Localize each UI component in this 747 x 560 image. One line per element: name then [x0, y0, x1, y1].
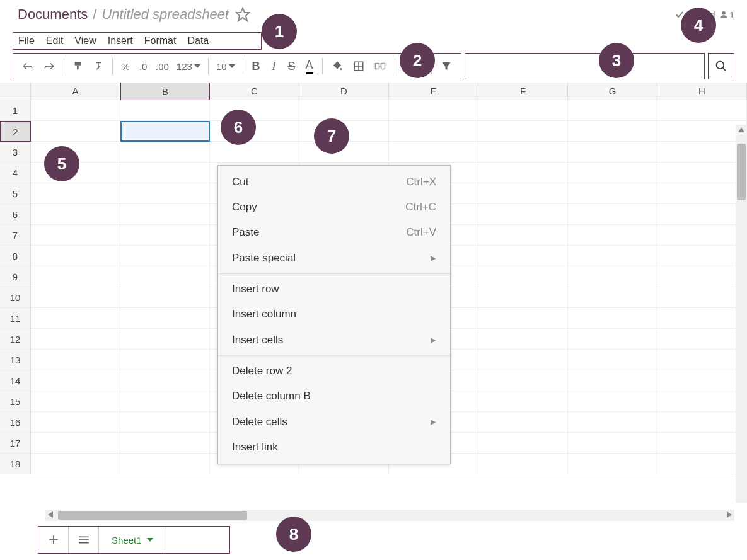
row-header-13[interactable]: 13: [0, 350, 31, 370]
cell[interactable]: [31, 246, 120, 266]
borders-icon[interactable]: [349, 58, 368, 74]
context-delete-cells[interactable]: Delete cells▸: [218, 409, 450, 435]
cell[interactable]: [568, 142, 657, 163]
cell[interactable]: [657, 454, 747, 474]
cell[interactable]: [657, 100, 747, 121]
search-button[interactable]: [708, 53, 734, 79]
font-size-selector[interactable]: 10: [214, 61, 238, 72]
menu-edit[interactable]: Edit: [46, 35, 64, 47]
sheet-tab-sheet1[interactable]: Sheet1: [99, 527, 166, 553]
text-color-icon[interactable]: A: [302, 56, 317, 77]
cell[interactable]: [210, 142, 299, 163]
cell[interactable]: [657, 412, 747, 433]
cell[interactable]: [478, 204, 568, 225]
cell[interactable]: [657, 433, 747, 454]
document-title[interactable]: Untitled spreadsheet: [101, 6, 229, 23]
column-header-g[interactable]: G: [568, 83, 657, 100]
row-header-8[interactable]: 8: [0, 246, 31, 266]
cell[interactable]: [568, 391, 657, 412]
cell[interactable]: [120, 163, 210, 183]
cell[interactable]: [568, 121, 657, 142]
cell[interactable]: [31, 100, 120, 121]
cell[interactable]: [568, 246, 657, 266]
cell[interactable]: [120, 266, 210, 287]
cell[interactable]: [120, 142, 210, 163]
cell[interactable]: [568, 433, 657, 454]
cell[interactable]: [31, 391, 120, 412]
context-paste-special[interactable]: Paste special▸: [218, 245, 450, 271]
row-header-16[interactable]: 16: [0, 412, 31, 433]
scroll-right-icon[interactable]: [727, 511, 732, 518]
cell[interactable]: [657, 204, 747, 225]
cell[interactable]: [657, 329, 747, 350]
cell[interactable]: [120, 287, 210, 308]
cell[interactable]: [568, 370, 657, 391]
bold-icon[interactable]: B: [248, 57, 264, 76]
column-header-c[interactable]: C: [210, 83, 299, 100]
filter-icon[interactable]: [437, 58, 456, 74]
context-insert-row[interactable]: Insert row: [218, 277, 450, 302]
context-insert-link[interactable]: Insert link: [218, 435, 450, 460]
cell[interactable]: [31, 266, 120, 287]
cell[interactable]: [478, 329, 568, 350]
cell[interactable]: [31, 329, 120, 350]
add-sheet-button[interactable]: [38, 527, 69, 553]
cell[interactable]: [478, 246, 568, 266]
menu-format[interactable]: Format: [144, 35, 177, 47]
cell[interactable]: [568, 204, 657, 225]
cell-selected-b2[interactable]: [120, 121, 210, 142]
formula-bar[interactable]: [465, 53, 705, 79]
cell[interactable]: [31, 454, 120, 474]
cell[interactable]: [568, 225, 657, 246]
context-insert-column[interactable]: Insert column: [218, 302, 450, 327]
cell[interactable]: [478, 454, 568, 474]
percent-format-button[interactable]: %: [118, 61, 133, 72]
cell[interactable]: [120, 225, 210, 246]
cell[interactable]: [657, 370, 747, 391]
row-header-1[interactable]: 1: [0, 100, 31, 121]
column-header-b[interactable]: B: [120, 83, 210, 100]
row-header-12[interactable]: 12: [0, 329, 31, 350]
cell[interactable]: [389, 121, 478, 142]
strikethrough-icon[interactable]: S: [284, 57, 299, 76]
number-format-button[interactable]: 123: [174, 61, 203, 72]
column-header-a[interactable]: A: [31, 83, 120, 100]
row-header-10[interactable]: 10: [0, 287, 31, 308]
vertical-scroll-thumb[interactable]: [737, 144, 746, 200]
row-header-4[interactable]: 4: [0, 163, 31, 183]
context-insert-cells[interactable]: Insert cells▸: [218, 327, 450, 353]
cell[interactable]: [568, 163, 657, 183]
row-header-11[interactable]: 11: [0, 308, 31, 329]
context-copy[interactable]: CopyCtrl+C: [218, 195, 450, 220]
cell[interactable]: [568, 350, 657, 370]
cell[interactable]: [31, 308, 120, 329]
cell[interactable]: [120, 204, 210, 225]
column-header-f[interactable]: F: [478, 83, 568, 100]
cell[interactable]: [657, 287, 747, 308]
undo-icon[interactable]: [18, 59, 37, 73]
cell[interactable]: [478, 225, 568, 246]
scroll-up-icon[interactable]: [738, 127, 744, 132]
cell[interactable]: [657, 121, 747, 142]
cell[interactable]: [657, 246, 747, 266]
context-delete-row[interactable]: Delete row 2: [218, 358, 450, 384]
cell[interactable]: [31, 121, 120, 142]
cell[interactable]: [478, 412, 568, 433]
cell[interactable]: [389, 100, 478, 121]
context-paste[interactable]: PasteCtrl+V: [218, 220, 450, 245]
context-delete-column[interactable]: Delete column B: [218, 384, 450, 409]
cell[interactable]: [657, 308, 747, 329]
row-header-14[interactable]: 14: [0, 370, 31, 391]
cell[interactable]: [568, 100, 657, 121]
row-header-15[interactable]: 15: [0, 391, 31, 412]
cell[interactable]: [31, 204, 120, 225]
cell[interactable]: [120, 308, 210, 329]
cell[interactable]: [568, 412, 657, 433]
cell[interactable]: [478, 350, 568, 370]
paint-format-icon[interactable]: [69, 59, 87, 74]
select-all-corner[interactable]: [0, 83, 31, 100]
row-header-6[interactable]: 6: [0, 204, 31, 225]
row-header-9[interactable]: 9: [0, 266, 31, 287]
merge-cells-icon[interactable]: [371, 58, 390, 74]
cell[interactable]: [478, 100, 568, 121]
